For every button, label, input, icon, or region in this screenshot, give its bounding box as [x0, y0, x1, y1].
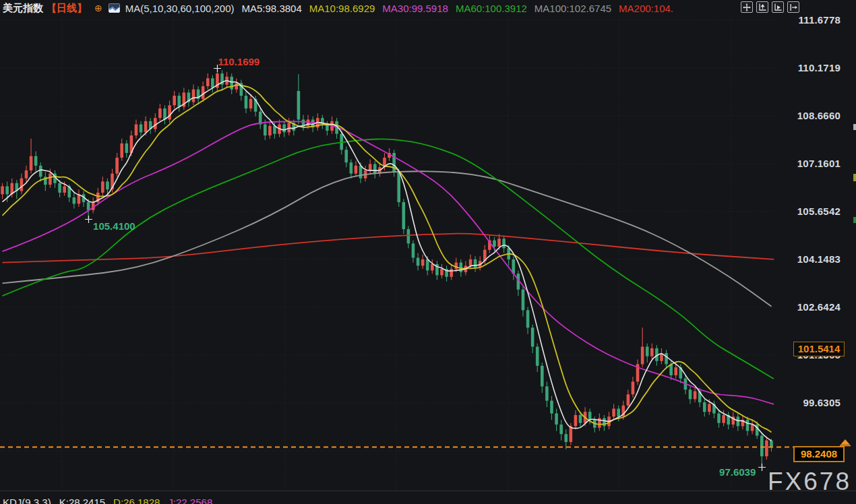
price-extreme-cross-icon	[84, 215, 93, 224]
ma200-line	[3, 234, 774, 263]
right-edge-fragment	[853, 217, 856, 223]
ma-lines-layer	[3, 81, 774, 441]
panel-divider	[0, 491, 856, 491]
trading-app: 美元指数 【日线】 ⊕ MA(5,10,30,60,100,200) MA5:9…	[0, 0, 856, 504]
symbol-title: 美元指数	[3, 2, 43, 15]
kdj-label: KDJ(9,3,3)	[3, 497, 51, 504]
right-edge-fragment	[853, 124, 856, 130]
axis-price-label: 108.6660	[773, 110, 840, 121]
kdj-j-value: J:22.2568	[168, 497, 212, 504]
candlestick-chart[interactable]	[0, 0, 856, 504]
kdj-indicator-row: KDJ(9,3,3) K:28.2415 D:26.1828 J:22.2568	[3, 497, 212, 504]
chart-toolbar	[741, 1, 799, 13]
ma5-value: MA5:98.3804	[242, 3, 302, 14]
price-alert-marker-icon[interactable]	[840, 437, 851, 447]
axis-price-label: 110.1719	[773, 62, 840, 73]
axis-play-icon[interactable]	[772, 1, 784, 13]
ma60-value: MA60:100.3912	[456, 3, 527, 14]
grid-layer	[0, 17, 776, 491]
kdj-d-value: D:26.1828	[113, 497, 160, 504]
ma-params-label: MA(5,10,30,60,100,200)	[125, 3, 235, 14]
axis-price-label: 102.6424	[773, 301, 840, 313]
price-alert-tag[interactable]: 101.5414	[793, 342, 845, 356]
timeframe-selector[interactable]: 【日线】	[47, 2, 87, 15]
axis-scale-up-icon[interactable]	[756, 1, 768, 13]
jump-to-latest-icon[interactable]	[787, 1, 799, 13]
move-crosshair-icon[interactable]	[741, 1, 753, 13]
axis-price-label: 107.1601	[773, 158, 840, 169]
price-annotation: 110.1699	[218, 56, 259, 67]
right-edge-fragment	[853, 174, 856, 181]
axis-price-label: 104.1483	[773, 253, 840, 265]
ma10-value: MA10:98.6929	[309, 3, 375, 14]
chart-thumbnail-icon[interactable]	[109, 3, 120, 13]
fx678-watermark: FX678	[768, 468, 851, 496]
price-extreme-cross-icon	[758, 463, 766, 472]
price-annotation: 105.4100	[93, 220, 135, 232]
ma200-value: MA200:104.	[619, 3, 673, 14]
ma5-line	[3, 81, 772, 441]
ma30-value: MA30:99.5918	[382, 3, 448, 14]
add-indicator-icon[interactable]: ⊕	[94, 3, 102, 13]
last-price-tag[interactable]: 98.2408	[793, 446, 845, 462]
candles-layer[interactable]	[1, 68, 773, 467]
chart-header: 美元指数 【日线】 ⊕ MA(5,10,30,60,100,200) MA5:9…	[0, 0, 856, 16]
axis-price-label: 99.6305	[773, 397, 840, 408]
axis-price-label: 105.6542	[773, 206, 840, 217]
ma100-value: MA100:102.6745	[534, 3, 611, 14]
price-annotation: 97.6039	[719, 466, 756, 478]
kdj-k-value: K:28.2415	[59, 497, 105, 504]
